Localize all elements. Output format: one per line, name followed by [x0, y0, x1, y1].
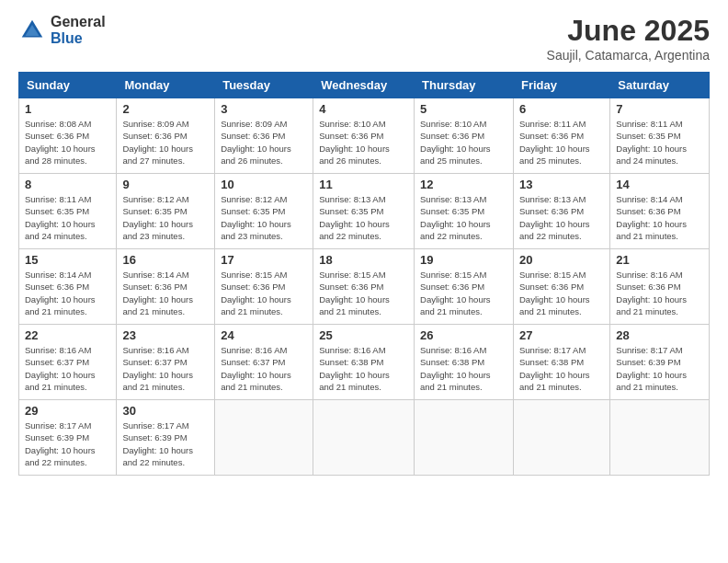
calendar-cell: 10Sunrise: 8:12 AM Sunset: 6:35 PM Dayli…	[215, 174, 313, 249]
day-number: 18	[319, 253, 408, 267]
day-info: Sunrise: 8:08 AM Sunset: 6:36 PM Dayligh…	[25, 118, 110, 167]
day-number: 26	[420, 328, 507, 342]
calendar-cell: 21Sunrise: 8:16 AM Sunset: 6:36 PM Dayli…	[610, 249, 710, 325]
day-number: 10	[221, 178, 307, 191]
day-number: 21	[616, 253, 703, 267]
week-row-4: 22Sunrise: 8:16 AM Sunset: 6:37 PM Dayli…	[19, 325, 710, 400]
calendar-cell: 28Sunrise: 8:17 AM Sunset: 6:39 PM Dayli…	[610, 325, 710, 400]
day-info: Sunrise: 8:16 AM Sunset: 6:37 PM Dayligh…	[122, 344, 209, 393]
day-info: Sunrise: 8:13 AM Sunset: 6:36 PM Dayligh…	[519, 193, 604, 242]
location-subtitle: Saujil, Catamarca, Argentina	[547, 48, 710, 63]
day-number: 17	[221, 253, 307, 267]
calendar-cell: 29Sunrise: 8:17 AM Sunset: 6:39 PM Dayli…	[19, 400, 117, 476]
day-number: 30	[122, 404, 209, 418]
day-info: Sunrise: 8:12 AM Sunset: 6:35 PM Dayligh…	[122, 193, 209, 242]
day-info: Sunrise: 8:17 AM Sunset: 6:39 PM Dayligh…	[122, 419, 209, 468]
day-number: 13	[519, 178, 604, 191]
week-row-5: 29Sunrise: 8:17 AM Sunset: 6:39 PM Dayli…	[19, 400, 710, 476]
week-row-2: 8Sunrise: 8:11 AM Sunset: 6:35 PM Daylig…	[19, 174, 710, 249]
day-number: 12	[420, 178, 507, 191]
calendar-cell: 7Sunrise: 8:11 AM Sunset: 6:35 PM Daylig…	[610, 98, 710, 174]
logo-text: General Blue	[51, 14, 106, 46]
logo-general: General	[51, 14, 106, 30]
calendar-cell: 22Sunrise: 8:16 AM Sunset: 6:37 PM Dayli…	[19, 325, 117, 400]
calendar-cell: 30Sunrise: 8:17 AM Sunset: 6:39 PM Dayli…	[117, 400, 215, 476]
weekday-header-thursday: Thursday	[415, 73, 514, 98]
day-info: Sunrise: 8:14 AM Sunset: 6:36 PM Dayligh…	[122, 269, 209, 317]
day-info: Sunrise: 8:10 AM Sunset: 6:36 PM Dayligh…	[319, 118, 408, 167]
day-info: Sunrise: 8:12 AM Sunset: 6:35 PM Dayligh…	[221, 193, 307, 242]
calendar-cell: 17Sunrise: 8:15 AM Sunset: 6:36 PM Dayli…	[215, 249, 313, 325]
calendar-cell: 26Sunrise: 8:16 AM Sunset: 6:38 PM Dayli…	[415, 325, 514, 400]
day-info: Sunrise: 8:15 AM Sunset: 6:36 PM Dayligh…	[221, 269, 307, 317]
day-number: 14	[616, 178, 703, 191]
calendar-cell	[415, 400, 514, 476]
week-row-3: 15Sunrise: 8:14 AM Sunset: 6:36 PM Dayli…	[19, 249, 710, 325]
calendar-cell: 8Sunrise: 8:11 AM Sunset: 6:35 PM Daylig…	[19, 174, 117, 249]
calendar-cell: 3Sunrise: 8:09 AM Sunset: 6:36 PM Daylig…	[215, 98, 313, 174]
calendar-cell: 4Sunrise: 8:10 AM Sunset: 6:36 PM Daylig…	[313, 98, 415, 174]
calendar-cell: 20Sunrise: 8:15 AM Sunset: 6:36 PM Dayli…	[513, 249, 609, 325]
day-number: 15	[25, 253, 110, 267]
calendar-cell: 5Sunrise: 8:10 AM Sunset: 6:36 PM Daylig…	[415, 98, 514, 174]
day-info: Sunrise: 8:16 AM Sunset: 6:36 PM Dayligh…	[616, 269, 703, 317]
day-number: 6	[519, 102, 604, 116]
day-number: 1	[25, 102, 110, 116]
calendar-cell: 11Sunrise: 8:13 AM Sunset: 6:35 PM Dayli…	[313, 174, 415, 249]
day-number: 5	[420, 102, 507, 116]
weekday-header-sunday: Sunday	[19, 73, 117, 98]
calendar-cell: 13Sunrise: 8:13 AM Sunset: 6:36 PM Dayli…	[513, 174, 609, 249]
calendar-cell: 6Sunrise: 8:11 AM Sunset: 6:36 PM Daylig…	[513, 98, 609, 174]
calendar-cell: 14Sunrise: 8:14 AM Sunset: 6:36 PM Dayli…	[610, 174, 710, 249]
day-number: 11	[319, 178, 408, 191]
day-info: Sunrise: 8:10 AM Sunset: 6:36 PM Dayligh…	[420, 118, 507, 167]
logo-icon	[18, 17, 46, 44]
calendar-cell: 18Sunrise: 8:15 AM Sunset: 6:36 PM Dayli…	[313, 249, 415, 325]
day-number: 7	[616, 102, 703, 116]
day-info: Sunrise: 8:16 AM Sunset: 6:37 PM Dayligh…	[25, 344, 110, 393]
day-number: 2	[122, 102, 209, 116]
calendar-cell: 12Sunrise: 8:13 AM Sunset: 6:35 PM Dayli…	[415, 174, 514, 249]
week-row-1: 1Sunrise: 8:08 AM Sunset: 6:36 PM Daylig…	[19, 98, 710, 174]
day-info: Sunrise: 8:14 AM Sunset: 6:36 PM Dayligh…	[616, 193, 703, 242]
day-number: 3	[221, 102, 307, 116]
calendar-cell	[313, 400, 415, 476]
calendar-cell: 25Sunrise: 8:16 AM Sunset: 6:38 PM Dayli…	[313, 325, 415, 400]
day-number: 22	[25, 328, 110, 342]
day-number: 23	[122, 328, 209, 342]
day-number: 19	[420, 253, 507, 267]
day-number: 4	[319, 102, 408, 116]
weekday-header-friday: Friday	[513, 73, 609, 98]
logo-blue: Blue	[51, 30, 106, 47]
page-header: General Blue June 2025 Saujil, Catamarca…	[18, 14, 710, 63]
calendar-cell: 2Sunrise: 8:09 AM Sunset: 6:36 PM Daylig…	[117, 98, 215, 174]
day-info: Sunrise: 8:15 AM Sunset: 6:36 PM Dayligh…	[319, 269, 408, 317]
day-number: 29	[25, 404, 110, 418]
day-number: 8	[25, 178, 110, 191]
calendar-table: SundayMondayTuesdayWednesdayThursdayFrid…	[18, 72, 710, 476]
logo: General Blue	[18, 14, 106, 46]
day-info: Sunrise: 8:14 AM Sunset: 6:36 PM Dayligh…	[25, 269, 110, 317]
calendar-cell: 24Sunrise: 8:16 AM Sunset: 6:37 PM Dayli…	[215, 325, 313, 400]
weekday-header-saturday: Saturday	[610, 73, 710, 98]
day-info: Sunrise: 8:16 AM Sunset: 6:38 PM Dayligh…	[319, 344, 408, 393]
title-block: June 2025 Saujil, Catamarca, Argentina	[547, 14, 710, 63]
calendar-cell: 1Sunrise: 8:08 AM Sunset: 6:36 PM Daylig…	[19, 98, 117, 174]
calendar-cell	[610, 400, 710, 476]
weekday-header-row: SundayMondayTuesdayWednesdayThursdayFrid…	[19, 73, 710, 98]
weekday-header-tuesday: Tuesday	[215, 73, 313, 98]
calendar-page: General Blue June 2025 Saujil, Catamarca…	[0, 0, 728, 563]
day-info: Sunrise: 8:15 AM Sunset: 6:36 PM Dayligh…	[519, 269, 604, 317]
day-info: Sunrise: 8:17 AM Sunset: 6:38 PM Dayligh…	[519, 344, 604, 393]
calendar-cell: 23Sunrise: 8:16 AM Sunset: 6:37 PM Dayli…	[117, 325, 215, 400]
day-info: Sunrise: 8:13 AM Sunset: 6:35 PM Dayligh…	[319, 193, 408, 242]
day-info: Sunrise: 8:09 AM Sunset: 6:36 PM Dayligh…	[122, 118, 209, 167]
calendar-cell: 9Sunrise: 8:12 AM Sunset: 6:35 PM Daylig…	[117, 174, 215, 249]
day-info: Sunrise: 8:11 AM Sunset: 6:35 PM Dayligh…	[616, 118, 703, 167]
day-info: Sunrise: 8:16 AM Sunset: 6:38 PM Dayligh…	[420, 344, 507, 393]
day-number: 28	[616, 328, 703, 342]
day-info: Sunrise: 8:17 AM Sunset: 6:39 PM Dayligh…	[616, 344, 703, 393]
day-number: 24	[221, 328, 307, 342]
weekday-header-wednesday: Wednesday	[313, 73, 415, 98]
calendar-cell: 15Sunrise: 8:14 AM Sunset: 6:36 PM Dayli…	[19, 249, 117, 325]
